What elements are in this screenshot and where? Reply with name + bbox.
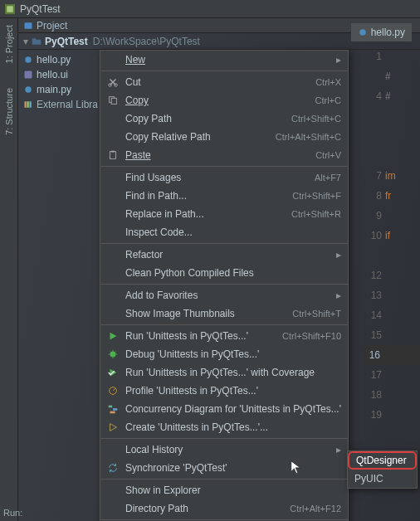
tool-window-tabs: 1: Project 7: Structure [0, 18, 18, 521]
menu-inspect-code[interactable]: Inspect Code... [100, 223, 348, 241]
svg-rect-16 [111, 151, 115, 153]
profile-icon [107, 385, 119, 397]
menu-show-thumbnails[interactable]: Show Image ThumbnailsCtrl+Shift+T [100, 304, 348, 323]
svg-rect-19 [109, 406, 112, 408]
menu-separator [100, 324, 348, 325]
folder-icon [32, 37, 42, 46]
menu-copy-path[interactable]: Copy PathCtrl+Shift+C [100, 110, 348, 128]
svg-rect-7 [25, 101, 27, 108]
python-file-icon [23, 55, 33, 65]
tab-structure[interactable]: 7: Structure [4, 88, 14, 135]
app-icon [5, 4, 15, 14]
editor-tab-label: hello.py [371, 27, 405, 38]
run-tool-label[interactable]: Run: [3, 508, 22, 518]
chevron-right-icon: ▸ [336, 249, 341, 260]
menu-separator [100, 479, 348, 480]
svg-rect-9 [30, 101, 32, 108]
svg-rect-2 [25, 22, 32, 29]
menu-separator [100, 166, 348, 167]
copy-icon [107, 95, 119, 106]
editor-tab[interactable]: hello.py [351, 23, 412, 41]
chevron-down-icon[interactable]: ▾ [23, 36, 28, 47]
window-title: PyQtTest [20, 3, 61, 15]
menu-copy-relative-path[interactable]: Copy Relative PathCtrl+Alt+Shift+C [100, 128, 348, 146]
submenu-external-tools: QtDesigner PyUIC [347, 450, 418, 489]
editor-gutter: 14789101213141516171819 [364, 46, 382, 425]
menu-cut[interactable]: CutCtrl+X [100, 73, 348, 91]
menu-separator [100, 71, 348, 71]
library-icon [23, 100, 33, 110]
menu-find-in-path[interactable]: Find in Path...Ctrl+Shift+F [100, 187, 348, 205]
menu-profile[interactable]: Profile 'Unittests in PyQtTes...' [100, 382, 348, 400]
debug-icon [107, 348, 119, 360]
context-menu: New▸ CutCtrl+X CopyCtrl+C Copy PathCtrl+… [100, 50, 349, 521]
menu-concurrency[interactable]: Concurrency Diagram for 'Unittests in Py… [100, 400, 348, 418]
editor-preview: ##imfrif [380, 46, 420, 425]
svg-point-10 [359, 29, 366, 36]
menu-run[interactable]: Run 'Unittests in PyQtTes...'Ctrl+Shift+… [100, 327, 348, 345]
coverage-icon [107, 367, 119, 378]
svg-rect-1 [7, 6, 13, 12]
menu-refactor[interactable]: Refactor▸ [100, 246, 348, 264]
svg-rect-8 [27, 101, 29, 108]
create-run-icon [107, 421, 119, 433]
menu-replace-in-path[interactable]: Replace in Path...Ctrl+Shift+R [100, 205, 348, 223]
menu-copy[interactable]: CopyCtrl+C [100, 91, 348, 110]
menu-find-usages[interactable]: Find UsagesAlt+F7 [100, 168, 348, 187]
project-icon [23, 21, 33, 31]
menu-separator [100, 438, 348, 439]
ui-file-icon [23, 70, 33, 80]
menu-clean-compiled[interactable]: Clean Python Compiled Files [100, 264, 348, 282]
paste-icon [107, 149, 119, 161]
submenu-pyuic[interactable]: PyUIC [348, 470, 417, 488]
menu-directory-path[interactable]: Directory PathCtrl+Alt+F12 [100, 499, 348, 518]
cut-icon [107, 76, 119, 88]
svg-rect-14 [111, 98, 116, 104]
menu-local-history[interactable]: Local History▸ [100, 441, 348, 459]
menu-separator [100, 243, 348, 244]
menu-add-favorites[interactable]: Add to Favorites▸ [100, 286, 348, 304]
project-path: D:\WorkSpace\PyQtTest [93, 36, 200, 47]
python-file-icon [358, 27, 368, 37]
run-icon [107, 330, 119, 342]
chevron-right-icon: ▸ [336, 444, 341, 455]
svg-rect-21 [110, 411, 115, 414]
window-title-bar: PyQtTest [0, 0, 420, 18]
svg-rect-5 [25, 71, 32, 79]
concurrency-icon [107, 403, 119, 415]
sync-icon [107, 462, 119, 474]
menu-debug[interactable]: Debug 'Unittests in PyQtTes...' [100, 345, 348, 363]
project-name: PyQtTest [45, 36, 88, 47]
menu-separator [100, 519, 348, 520]
menu-new[interactable]: New▸ [100, 51, 348, 69]
menu-paste[interactable]: PasteCtrl+V [100, 146, 348, 164]
project-panel-label: Project [37, 20, 67, 32]
svg-rect-20 [113, 408, 117, 411]
svg-point-4 [25, 56, 32, 63]
menu-run-coverage[interactable]: Run 'Unittests in PyQtTes...' with Cover… [100, 363, 348, 382]
python-file-icon [23, 85, 33, 95]
chevron-right-icon: ▸ [336, 54, 341, 66]
svg-rect-15 [110, 152, 116, 159]
menu-show-explorer[interactable]: Show in Explorer [100, 481, 348, 499]
tab-project[interactable]: 1: Project [4, 25, 14, 63]
menu-create-run-config[interactable]: Create 'Unittests in PyQtTes...'... [100, 418, 348, 436]
svg-point-6 [25, 86, 32, 93]
chevron-right-icon: ▸ [336, 290, 341, 301]
submenu-qtdesigner[interactable]: QtDesigner [348, 451, 417, 470]
menu-synchronize[interactable]: Synchronize 'PyQtTest' [100, 459, 348, 477]
menu-separator [100, 284, 348, 285]
